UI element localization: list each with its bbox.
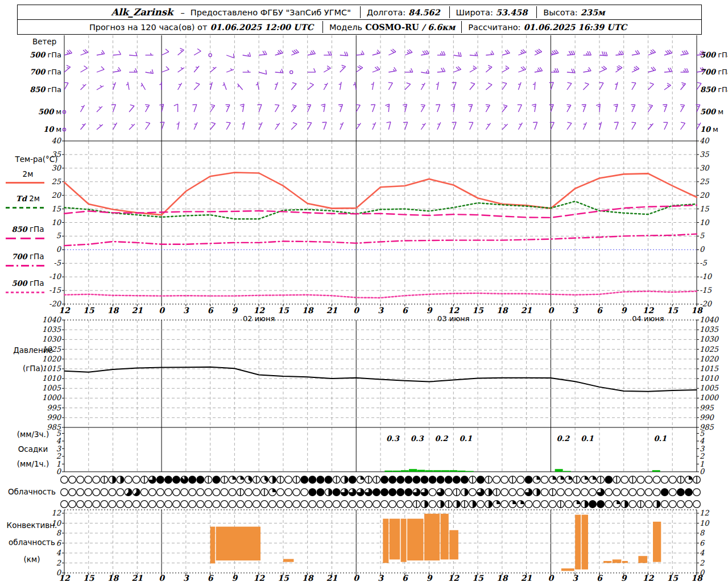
svg-text:0: 0 [353,573,359,582]
meteogram-chart: 500гПа500гПа700гПа700гПа850гПа850гПа500м… [0,0,728,582]
svg-text:2: 2 [700,559,705,567]
svg-text:1000: 1000 [42,393,62,402]
svg-text:1030: 1030 [700,335,719,343]
svg-text:850гПа: 850гПа [700,85,728,94]
svg-text:1020: 1020 [42,355,62,363]
svg-text:1040: 1040 [700,315,719,324]
svg-text:18: 18 [691,306,703,315]
svg-text:-15: -15 [700,286,712,294]
svg-text:850гПа: 850гПа [30,85,61,94]
svg-text:20: 20 [700,191,710,199]
svg-text:700гПа: 700гПа [30,68,61,76]
svg-text:25: 25 [51,177,61,186]
svg-text:3: 3 [572,306,578,315]
svg-text:18: 18 [302,306,314,315]
svg-text:0: 0 [700,467,705,476]
svg-text:15: 15 [472,306,484,315]
svg-text:21: 21 [326,573,338,582]
svg-text:0: 0 [700,245,705,253]
svg-text:0: 0 [548,573,555,582]
svg-text:5: 5 [56,231,61,240]
svg-text:6: 6 [700,539,705,547]
svg-text:12: 12 [59,306,71,315]
svg-text:15: 15 [700,205,709,213]
svg-text:1025: 1025 [700,345,719,354]
svg-text:15: 15 [83,573,95,582]
svg-text:15: 15 [278,306,289,315]
svg-text:1020: 1020 [700,355,719,363]
svg-text:12: 12 [448,306,460,315]
svg-text:2: 2 [56,559,61,567]
svg-text:10м: 10м [43,125,61,134]
svg-text:21: 21 [521,306,532,315]
svg-text:20: 20 [51,191,61,199]
svg-text:10: 10 [700,519,710,527]
svg-text:6: 6 [597,573,603,582]
svg-text:9: 9 [427,573,433,582]
svg-text:1010: 1010 [700,374,719,383]
svg-text:3: 3 [378,306,384,315]
svg-text:5: 5 [700,231,705,240]
svg-text:0: 0 [56,245,62,253]
svg-text:35: 35 [51,150,61,159]
svg-text:-5: -5 [53,259,61,267]
svg-text:6: 6 [208,306,214,315]
svg-text:0: 0 [353,306,359,315]
svg-text:12: 12 [253,573,265,582]
svg-text:04 июня: 04 июня [632,314,664,323]
svg-text:15: 15 [472,573,484,582]
svg-text:0.1: 0.1 [581,434,594,443]
svg-text:12: 12 [59,573,71,582]
svg-text:3: 3 [183,573,189,582]
svg-text:1015: 1015 [42,364,61,373]
svg-text:18: 18 [107,573,119,582]
svg-text:8: 8 [56,529,62,537]
svg-text:18: 18 [691,573,703,582]
svg-text:9: 9 [232,306,238,315]
svg-text:40: 40 [51,136,61,145]
svg-text:30: 30 [700,164,710,172]
svg-text:6: 6 [402,573,408,582]
svg-text:4: 4 [56,548,61,557]
svg-text:9: 9 [621,306,627,315]
svg-text:1030: 1030 [42,335,62,343]
svg-text:18: 18 [497,573,508,582]
svg-text:15: 15 [278,573,289,582]
svg-text:21: 21 [132,306,143,315]
svg-text:990: 990 [47,413,62,422]
svg-text:0: 0 [159,573,165,582]
svg-text:1015: 1015 [700,364,719,373]
svg-text:700гПа: 700гПа [700,68,728,76]
svg-text:12: 12 [643,306,655,315]
svg-text:-10: -10 [700,272,713,281]
svg-text:995: 995 [47,404,61,412]
svg-text:0: 0 [159,306,165,315]
svg-text:10: 10 [51,519,61,527]
svg-text:15: 15 [667,306,679,315]
svg-text:10: 10 [51,218,61,227]
svg-text:1000: 1000 [700,393,719,402]
svg-text:30: 30 [51,164,61,172]
svg-text:-5: -5 [700,259,707,267]
svg-text:9: 9 [621,573,627,582]
svg-text:8: 8 [700,529,705,537]
svg-text:0.1: 0.1 [654,434,667,443]
svg-text:18: 18 [497,306,508,315]
svg-text:18: 18 [107,306,119,315]
svg-text:12: 12 [643,573,655,582]
svg-text:0: 0 [548,306,555,315]
svg-text:1035: 1035 [42,325,61,334]
svg-text:21: 21 [326,306,338,315]
svg-text:0.1: 0.1 [459,434,472,443]
svg-text:0.2: 0.2 [556,434,570,443]
meteogram-page: Alk_Zarinsk – Предоставлено ФГБУ "ЗапСиб… [0,0,728,582]
svg-text:1035: 1035 [700,325,719,334]
svg-text:1025: 1025 [42,345,61,354]
svg-text:40: 40 [700,136,710,145]
svg-text:1005: 1005 [42,384,61,392]
svg-text:500гПа: 500гПа [700,51,728,59]
svg-text:3: 3 [378,573,384,582]
svg-text:6: 6 [208,573,214,582]
svg-text:15: 15 [83,306,95,315]
svg-text:18: 18 [302,573,314,582]
